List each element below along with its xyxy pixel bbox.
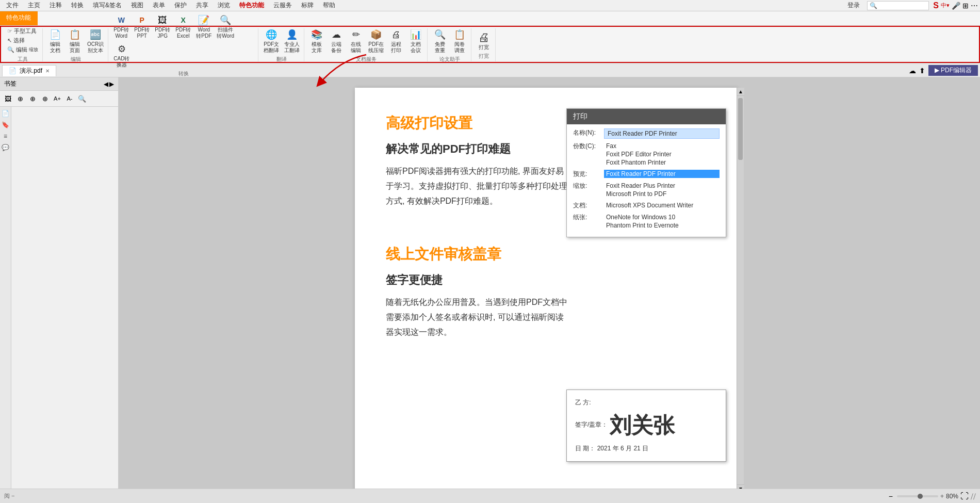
- menu-sign[interactable]: 填写&签名: [89, 0, 126, 11]
- login-button[interactable]: 登录: [844, 0, 863, 11]
- dots-icon[interactable]: ⋯: [971, 2, 978, 10]
- active-doc-tab[interactable]: 📄 演示.pdf ✕: [2, 65, 56, 76]
- sidebar-tool-add2[interactable]: ⊕: [27, 93, 38, 104]
- printer-fax[interactable]: Fax: [604, 142, 720, 150]
- convert-group: W PDF转Word P PDF转PPT 🖼 PDF转JPG X PDF转Exc…: [109, 28, 258, 61]
- pdf-to-jpg-btn[interactable]: 🖼 PDF转JPG: [153, 12, 172, 40]
- print-wide-btn[interactable]: 🖨 打宽: [475, 30, 493, 52]
- print-values-paper: OneNote for Windows 10 Phantom Print to …: [604, 213, 720, 230]
- ribbon-tab-special[interactable]: 特色功能: [0, 11, 38, 25]
- paper-assistant-label: 论文助手: [439, 56, 460, 63]
- sidebar-prev-btn[interactable]: ◀: [104, 80, 108, 88]
- sidebar-tool-font-small[interactable]: A-: [64, 93, 75, 104]
- pdf-to-word-btn[interactable]: W PDF转Word: [111, 12, 131, 40]
- zoom-slider-thumb: [918, 494, 923, 499]
- zoom-tool-btn[interactable]: 🔍 编辑 缩放: [5, 45, 40, 54]
- remote-print-btn[interactable]: 🖨 远程打印: [387, 27, 405, 55]
- edit-group-label: 编辑: [71, 56, 81, 63]
- free-check-btn[interactable]: 🔍 免费查重: [431, 27, 449, 55]
- printer-foxit-reader-selected[interactable]: Foxit Reader PDF Printer: [604, 170, 720, 178]
- mic-icon[interactable]: 🎤: [952, 2, 960, 10]
- doc-meeting-icon: 📊: [409, 28, 422, 41]
- template-lib-label: 模板文库: [312, 41, 322, 54]
- sidebar-tool-font-large[interactable]: A+: [52, 93, 63, 104]
- pdf-translate-btn[interactable]: 🌐 PDF文档翻译: [262, 27, 281, 55]
- sidebar-tool-add3[interactable]: ⊕: [39, 93, 51, 104]
- zoom-slider[interactable]: [897, 495, 938, 497]
- sidebar-tool-add1[interactable]: ⊕: [14, 93, 26, 104]
- doc-tab-close-btn[interactable]: ✕: [45, 68, 50, 74]
- search-icon: 🔍: [870, 2, 877, 9]
- scroll-up-btn[interactable]: ▲: [737, 88, 744, 96]
- pdf-translate-label: PDF文档翻译: [264, 41, 279, 54]
- zoom-icon: 🔍: [7, 46, 14, 53]
- zoom-plus-label: +: [940, 493, 944, 500]
- print-row-paper: 纸张: OneNote for Windows 10 Phantom Print…: [573, 213, 720, 230]
- pdf-compress-btn[interactable]: 📦 PDF在线压缩: [366, 27, 386, 55]
- online-edit-btn[interactable]: ✏ 在线编辑: [347, 27, 365, 55]
- menu-home[interactable]: 主页: [24, 0, 44, 11]
- print-label-copies: 份数(C):: [573, 142, 604, 151]
- menu-view[interactable]: 视图: [127, 0, 148, 11]
- doc-tab-icon: 📄: [9, 67, 17, 74]
- ocr-btn[interactable]: 🔤 OCR识别文本: [85, 27, 106, 55]
- menu-file[interactable]: 文件: [2, 0, 23, 11]
- search-bar[interactable]: 🔍: [867, 1, 929, 10]
- word-to-pdf-btn[interactable]: 📝 Word转PDF: [194, 12, 214, 40]
- printer-onenote[interactable]: OneNote for Windows 10: [604, 213, 720, 221]
- pdf-to-excel-icon: X: [176, 13, 190, 27]
- doc-meeting-btn[interactable]: 📊 文档会议: [406, 27, 425, 55]
- cloud-backup-btn[interactable]: ☁ 云端备份: [327, 27, 346, 55]
- pdf-to-excel-label: PDF转Excel: [175, 27, 191, 39]
- fullscreen-btn[interactable]: ⛶: [960, 492, 969, 501]
- pro-translate-btn[interactable]: 👤 专业人工翻译: [282, 27, 302, 55]
- sidebar-icon-bookmark[interactable]: 🔖: [1, 120, 10, 129]
- menu-sign2[interactable]: 标牌: [297, 0, 318, 11]
- menu-convert[interactable]: 转换: [67, 0, 88, 11]
- scrollbar[interactable]: ▲ ▼: [737, 88, 744, 493]
- edit-page-btn[interactable]: 📋 编辑页面: [66, 27, 84, 55]
- printer-evernote[interactable]: Phantom Print to Evernote: [604, 221, 720, 230]
- cloud-backup-icon: ☁: [330, 28, 343, 41]
- remote-print-label: 远程打印: [391, 41, 401, 54]
- printer-foxit-plus[interactable]: Foxit Reader Plus Printer: [604, 182, 720, 190]
- pdf-to-jpg-label: PDF转JPG: [155, 27, 170, 39]
- sidebar-tool-image[interactable]: 🖼: [2, 93, 13, 104]
- pdf-editor-button[interactable]: ▶ PDF编辑器: [928, 65, 978, 76]
- menu-cloud[interactable]: 云服务: [269, 0, 296, 11]
- printer-foxit-editor[interactable]: Foxit PDF Editor Printer: [604, 150, 720, 158]
- scan-to-word-btn[interactable]: 🔍 扫描件转Word: [215, 12, 236, 40]
- grid-icon[interactable]: ⊞: [962, 2, 969, 10]
- edit-doc-btn[interactable]: 📄 编辑文档: [46, 27, 64, 55]
- print-row-doc: 文档: Microsoft XPS Document Writer: [573, 201, 720, 210]
- menu-comment[interactable]: 注释: [45, 0, 66, 11]
- pdf-to-ppt-btn[interactable]: P PDF转PPT: [132, 12, 152, 40]
- menu-share[interactable]: 共享: [192, 0, 213, 11]
- template-lib-btn[interactable]: 📚 模板文库: [307, 27, 326, 55]
- pdf-to-jpg-icon: 🖼: [156, 13, 169, 27]
- sidebar-icon-thumb[interactable]: 📄: [1, 109, 10, 118]
- printer-foxit-reader-highlight[interactable]: Foxit Reader PDF Printer: [604, 128, 720, 139]
- survey-btn[interactable]: 📋 阅卷调查: [450, 27, 469, 55]
- sidebar-icon-comment[interactable]: 💬: [1, 143, 10, 152]
- zoom-out-btn[interactable]: −: [887, 492, 895, 500]
- sidebar-tool-search[interactable]: 🔍: [76, 93, 88, 104]
- sidebar-icon-layers[interactable]: ≡: [1, 132, 10, 141]
- printer-ms-print[interactable]: Microsoft Print to PDF: [604, 190, 720, 198]
- template-group: 📚 模板文库 ☁ 云端备份 ✏ 在线编辑 📦 PDF在线压缩 🖨 远程: [305, 28, 428, 61]
- menu-special[interactable]: 特色功能: [235, 0, 268, 11]
- section2-body: 随着无纸化办公应用普及。当遇到使用PDF文档中需要添加个人签名或者标识时, 可以…: [386, 295, 706, 339]
- printer-foxit-phantom[interactable]: Foxit Phantom Printer: [604, 158, 720, 167]
- menu-help[interactable]: 帮助: [319, 0, 339, 11]
- menu-browse[interactable]: 浏览: [214, 0, 234, 11]
- sidebar-next-btn[interactable]: ▶: [109, 80, 114, 88]
- hand-tool-btn[interactable]: ☞ 手型工具: [5, 27, 40, 36]
- cad-converter-btn[interactable]: ⚙ CAD转换器: [111, 41, 132, 69]
- pdf-to-excel-btn[interactable]: X PDF转Excel: [173, 12, 193, 40]
- select-tool-btn[interactable]: ↖ 选择: [5, 36, 40, 45]
- scrollbar-thumb[interactable]: [738, 98, 743, 160]
- menu-protect[interactable]: 保护: [170, 0, 191, 11]
- menu-form[interactable]: 表单: [149, 0, 169, 11]
- printer-xps[interactable]: Microsoft XPS Document Writer: [604, 201, 720, 209]
- print-values-doc: Microsoft XPS Document Writer: [604, 201, 720, 209]
